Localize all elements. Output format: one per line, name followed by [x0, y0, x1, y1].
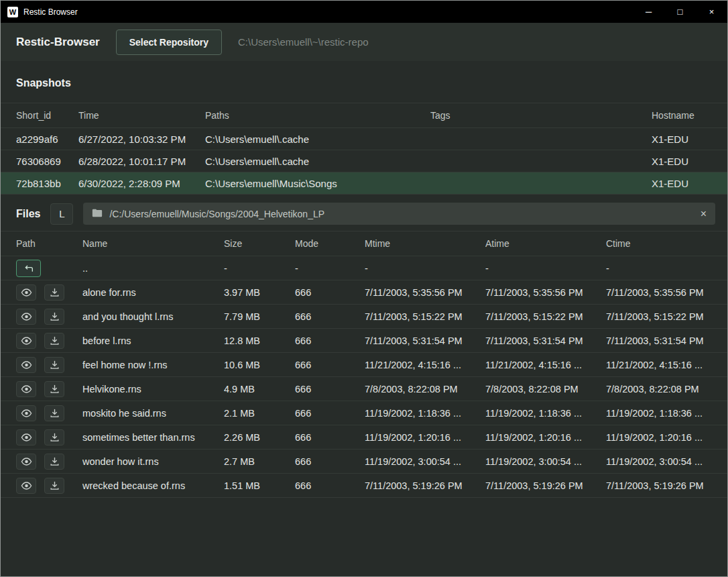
file-mtime: 7/11/2003, 5:35:56 PM	[365, 287, 485, 298]
minimize-button[interactable]: ─	[633, 1, 664, 23]
snapshot-row-selected[interactable]: 72b813bb 6/30/2022, 2:28:09 PM C:\Users\…	[1, 172, 727, 195]
file-size: 2.7 MB	[224, 456, 295, 467]
file-row: alone for.rns 3.97 MB 666 7/11/2003, 5:3…	[1, 280, 727, 305]
download-file-button[interactable]	[44, 478, 64, 494]
file-name: alone for.rns	[82, 287, 224, 298]
snapshot-time: 6/28/2022, 10:01:17 PM	[78, 156, 205, 167]
select-repository-button[interactable]: Select Repository	[116, 30, 222, 55]
file-ctime: 7/11/2003, 5:19:26 PM	[606, 480, 712, 491]
file-mtime: 11/19/2002, 1:20:16 ...	[365, 432, 485, 443]
file-name[interactable]: ..	[82, 263, 224, 274]
snapshot-time: 6/27/2022, 10:03:32 PM	[78, 134, 205, 145]
file-name: Helvikone.rns	[82, 384, 224, 395]
col-atime: Atime	[485, 238, 606, 249]
window-title: Restic Browser	[23, 7, 78, 17]
file-ctime: 11/19/2002, 3:00:54 ...	[606, 456, 712, 467]
app-icon: W	[7, 7, 18, 17]
file-mode: 666	[295, 384, 365, 395]
file-size: 3.97 MB	[224, 287, 295, 298]
file-mode: 666	[295, 311, 365, 322]
preview-file-button[interactable]	[16, 309, 36, 325]
snapshots-header-row: Short_id Time Paths Tags Hostname	[1, 103, 727, 128]
file-name: before l.rns	[82, 335, 224, 346]
file-mtime: 11/19/2002, 3:00:54 ...	[365, 456, 485, 467]
col-mode: Mode	[295, 238, 365, 249]
file-atime: 7/11/2003, 5:31:54 PM	[485, 335, 606, 346]
download-file-button[interactable]	[44, 454, 64, 470]
col-paths: Paths	[205, 110, 430, 121]
file-mtime: -	[365, 263, 485, 274]
go-up-button[interactable]	[16, 260, 41, 277]
download-file-button[interactable]	[44, 405, 64, 421]
file-name: wrecked because of.rns	[82, 480, 224, 491]
file-row: sometimes better than.rns 2.26 MB 666 11…	[1, 425, 727, 450]
file-mode: 666	[295, 287, 365, 298]
preview-file-button[interactable]	[16, 381, 36, 397]
folder-icon	[92, 208, 103, 220]
file-mode: 666	[295, 432, 365, 443]
file-size: 10.6 MB	[224, 360, 295, 370]
col-ctime: Ctime	[606, 238, 712, 249]
col-path: Path	[16, 238, 82, 249]
file-row-parent: .. - - - - -	[1, 256, 727, 280]
file-name: wonder how it.rns	[82, 456, 224, 467]
snapshot-hostname: X1-EDU	[652, 156, 712, 167]
file-atime: 11/19/2002, 1:18:36 ...	[485, 408, 606, 419]
files-path-bar[interactable]: /C:/Users/emuell/Music/Songs/2004_Helvet…	[83, 203, 715, 225]
download-file-button[interactable]	[44, 381, 64, 397]
download-file-button[interactable]	[44, 333, 64, 349]
preview-file-button[interactable]	[16, 333, 36, 349]
col-short-id: Short_id	[16, 110, 78, 121]
file-size: 12.8 MB	[224, 335, 295, 346]
preview-file-button[interactable]	[16, 454, 36, 470]
snapshot-hostname: X1-EDU	[652, 178, 712, 189]
file-mtime: 11/21/2002, 4:15:16 ...	[365, 360, 485, 370]
snapshot-row[interactable]: 76306869 6/28/2022, 10:01:17 PM C:\Users…	[1, 150, 727, 172]
maximize-button[interactable]: □	[664, 1, 696, 23]
download-file-button[interactable]	[44, 429, 64, 445]
file-row: before l.rns 12.8 MB 666 7/11/2003, 5:31…	[1, 329, 727, 353]
col-size: Size	[224, 238, 295, 249]
file-atime: 11/19/2002, 1:20:16 ...	[485, 432, 606, 443]
close-button[interactable]: ×	[696, 1, 727, 23]
file-size: 4.9 MB	[224, 384, 295, 395]
repository-path[interactable]: C:\Users\emuell\~\restic-repo	[238, 36, 369, 48]
snapshot-paths: C:\Users\emuell\.cache	[205, 134, 430, 145]
snapshot-time: 6/30/2022, 2:28:09 PM	[78, 178, 205, 189]
col-hostname: Hostname	[652, 110, 712, 121]
snapshots-title: Snapshots	[1, 61, 727, 103]
download-file-button[interactable]	[44, 357, 64, 373]
file-ctime: 7/11/2003, 5:31:54 PM	[606, 335, 712, 346]
file-size: -	[224, 263, 295, 274]
file-ctime: 11/19/2002, 1:18:36 ...	[606, 408, 712, 419]
file-row: Helvikone.rns 4.9 MB 666 7/8/2003, 8:22:…	[1, 377, 727, 401]
file-ctime: 11/21/2002, 4:15:16 ...	[606, 360, 712, 370]
file-mode: -	[295, 263, 365, 274]
file-size: 1.51 MB	[224, 480, 295, 491]
download-file-button[interactable]	[44, 309, 64, 325]
clear-path-button[interactable]: ×	[701, 209, 707, 219]
file-ctime: 7/11/2003, 5:15:22 PM	[606, 311, 712, 322]
file-atime: 7/11/2003, 5:19:26 PM	[485, 480, 606, 491]
goto-root-button[interactable]: L	[50, 203, 73, 225]
preview-file-button[interactable]	[16, 478, 36, 494]
download-file-button[interactable]	[44, 284, 64, 301]
files-current-path: /C:/Users/emuell/Music/Songs/2004_Helvet…	[109, 209, 693, 219]
file-mtime: 7/11/2003, 5:15:22 PM	[365, 311, 485, 322]
snapshot-row[interactable]: a2299af6 6/27/2022, 10:03:32 PM C:\Users…	[1, 128, 727, 150]
snapshot-short-id: 72b813bb	[16, 178, 78, 189]
preview-file-button[interactable]	[16, 405, 36, 421]
preview-file-button[interactable]	[16, 284, 36, 301]
preview-file-button[interactable]	[16, 429, 36, 445]
file-row: wrecked because of.rns 1.51 MB 666 7/11/…	[1, 474, 727, 498]
snapshot-short-id: a2299af6	[16, 134, 78, 145]
files-bar: Files L /C:/Users/emuell/Music/Songs/200…	[1, 195, 727, 231]
file-ctime: 7/8/2003, 8:22:08 PM	[606, 384, 712, 395]
preview-file-button[interactable]	[16, 357, 36, 373]
file-name: moskito he said.rns	[82, 408, 224, 419]
file-ctime: 11/19/2002, 1:20:16 ...	[606, 432, 712, 443]
restic-browser-window: W Restic Browser ─ □ × Restic-Browser Se…	[0, 0, 728, 577]
file-mode: 666	[295, 480, 365, 491]
file-size: 2.1 MB	[224, 408, 295, 419]
file-mtime: 11/19/2002, 1:18:36 ...	[365, 408, 485, 419]
